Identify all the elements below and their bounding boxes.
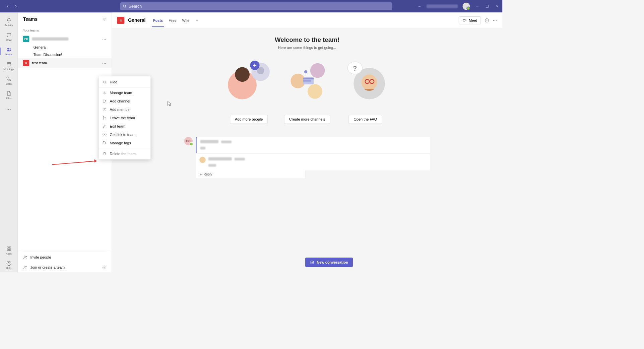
search-placeholder: Search xyxy=(129,4,142,9)
leave-icon xyxy=(103,116,107,120)
join-create-team-button[interactable]: Join or create a team xyxy=(18,262,112,272)
team-item-test[interactable]: tt test team ⋯ xyxy=(18,58,112,68)
menu-delete-team[interactable]: Delete the team xyxy=(99,149,150,158)
gear-icon[interactable] xyxy=(102,265,106,269)
channel-general[interactable]: General xyxy=(18,44,112,51)
add-tab-button[interactable]: + xyxy=(194,17,201,23)
info-icon[interactable] xyxy=(485,18,489,22)
tag-icon xyxy=(103,141,107,145)
menu-get-link[interactable]: Get link to team xyxy=(99,130,150,139)
svg-rect-1 xyxy=(486,5,488,7)
menu-edit-team[interactable]: Edit team xyxy=(99,122,150,130)
tab-wiki[interactable]: Wiki xyxy=(181,13,190,27)
svg-point-0 xyxy=(123,5,126,7)
menu-manage-team[interactable]: Manage team xyxy=(99,88,150,97)
user-avatar[interactable] xyxy=(463,3,470,10)
tab-files[interactable]: Files xyxy=(168,13,177,27)
team-item-1[interactable]: FD ⋯ xyxy=(18,34,112,44)
search-icon xyxy=(123,4,127,8)
section-your-teams: Your teams xyxy=(18,26,112,34)
add-people-button[interactable]: Add more people xyxy=(230,115,268,124)
back-button[interactable] xyxy=(5,4,11,9)
tab-posts[interactable]: Posts xyxy=(152,13,164,27)
team-more-button[interactable]: ⋯ xyxy=(102,61,106,66)
maximize-button[interactable] xyxy=(485,4,490,9)
menu-leave-team[interactable]: Leave the team xyxy=(99,114,150,122)
search-input[interactable]: Search xyxy=(120,2,392,10)
svg-point-35 xyxy=(104,92,105,93)
more-options-button[interactable]: ⋯ xyxy=(493,18,497,23)
rail-calls[interactable]: Calls xyxy=(0,73,17,88)
post-avatar: SD xyxy=(184,137,193,145)
teams-add-icon xyxy=(23,265,28,270)
svg-rect-6 xyxy=(9,247,11,248)
trash-icon xyxy=(103,151,107,155)
channel-discussion[interactable]: Team Discussion! xyxy=(18,51,112,58)
rail-teams[interactable]: Teams xyxy=(0,44,17,59)
menu-manage-tags[interactable]: Manage tags xyxy=(99,139,150,147)
phone-icon xyxy=(6,76,12,82)
channel-add-icon xyxy=(103,99,107,103)
chat-icon xyxy=(6,32,12,38)
compose-icon xyxy=(310,260,314,264)
menu-add-channel[interactable]: Add channel xyxy=(99,97,150,105)
filter-button[interactable] xyxy=(102,17,106,22)
post-thread: SD ↩ Reply xyxy=(184,137,430,179)
svg-rect-8 xyxy=(9,249,11,251)
card-open-faq: ? Open the FAQ xyxy=(343,58,388,124)
reply-button[interactable]: ↩ Reply xyxy=(196,170,306,179)
svg-point-13 xyxy=(104,267,105,268)
svg-rect-14 xyxy=(463,19,465,21)
svg-rect-5 xyxy=(7,247,8,248)
rail-files[interactable]: Files xyxy=(0,88,17,102)
more-icon[interactable]: ⋯ xyxy=(417,4,422,9)
svg-point-17 xyxy=(235,67,250,82)
open-faq-button[interactable]: Open the FAQ xyxy=(349,115,382,124)
svg-point-9 xyxy=(7,261,11,265)
bell-icon xyxy=(6,17,12,23)
svg-point-38 xyxy=(104,142,104,143)
create-channels-button[interactable]: Create more channels xyxy=(284,115,330,124)
svg-rect-26 xyxy=(303,80,311,81)
meet-button[interactable]: Meet xyxy=(459,16,481,24)
forward-button[interactable] xyxy=(13,4,18,9)
team-more-button[interactable]: ⋯ xyxy=(102,37,106,42)
illustration-people xyxy=(227,58,271,102)
rail-meetings[interactable]: Meetings xyxy=(0,59,17,73)
channel-title: General xyxy=(128,17,145,23)
svg-text:?: ? xyxy=(353,65,357,72)
new-conversation-button[interactable]: New conversation xyxy=(305,258,353,267)
svg-point-3 xyxy=(9,48,10,49)
svg-point-12 xyxy=(26,266,26,267)
svg-point-2 xyxy=(7,48,9,49)
sidebar-title: Teams xyxy=(23,17,38,22)
rail-chat[interactable]: Chat xyxy=(0,29,17,44)
teams-sidebar: Teams Your teams FD ⋯ General Team Discu… xyxy=(18,12,112,272)
calendar-icon xyxy=(6,61,12,67)
post-message[interactable] xyxy=(196,137,430,153)
apps-icon xyxy=(6,246,12,252)
invite-people-button[interactable]: Invite people xyxy=(18,252,112,262)
main-content: tt General Posts Files Wiki + Meet ⋯ Wel… xyxy=(112,12,502,272)
rail-more[interactable]: ⋯ xyxy=(0,102,17,117)
svg-rect-7 xyxy=(7,249,8,251)
illustration-faq: ? xyxy=(343,58,388,102)
post-reply[interactable] xyxy=(196,154,430,170)
menu-add-member[interactable]: Add member xyxy=(99,105,150,114)
team-context-menu: Hide Manage team Add channel Add member … xyxy=(99,76,150,159)
teams-icon xyxy=(6,47,12,52)
close-button[interactable] xyxy=(495,4,500,9)
menu-hide[interactable]: Hide xyxy=(99,78,150,86)
cursor-icon xyxy=(167,101,172,107)
rail-help[interactable]: Help xyxy=(0,258,17,272)
rail-apps[interactable]: Apps xyxy=(0,243,17,258)
minimize-button[interactable] xyxy=(474,4,480,9)
rail-activity[interactable]: Activity xyxy=(0,15,17,29)
link-icon xyxy=(103,132,107,136)
posts-content: Welcome to the team! Here are some thing… xyxy=(112,28,502,272)
svg-point-10 xyxy=(24,256,26,258)
team-avatar: FD xyxy=(23,36,29,42)
team-name: test team xyxy=(32,61,47,65)
svg-point-23 xyxy=(308,84,322,99)
card-add-people: Add more people xyxy=(227,58,271,124)
